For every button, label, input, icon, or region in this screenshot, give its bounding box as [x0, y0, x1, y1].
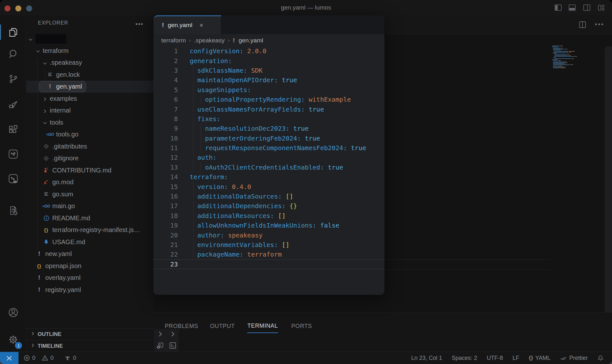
tree-item-root[interactable] — [26, 33, 154, 45]
status-ln[interactable]: Ln 23, Col 1 — [411, 355, 442, 361]
tree-item-label: tools.go — [56, 131, 78, 138]
tree-item-.gitignore[interactable]: .gitignore — [26, 152, 154, 164]
tab-gen-yaml[interactable]: ! gen.yaml × — [154, 15, 221, 34]
code-line-22: 22 packageName: terraform — [153, 250, 384, 259]
chevron-down-icon — [35, 48, 40, 53]
tab-bar: ! gen.yaml × — [153, 15, 384, 34]
tree-item-label: registry.yaml — [45, 286, 81, 294]
tree-item-new.yaml[interactable]: !new.yaml — [26, 248, 154, 260]
status-utf8[interactable]: UTF-8 — [487, 355, 503, 361]
file-icon-json: {} — [35, 263, 43, 269]
file-icon-usage — [42, 239, 50, 245]
tree-item-label: .gitattributes — [52, 143, 87, 150]
tree-item-label: .speakeasy — [50, 59, 82, 66]
breadcrumb-item[interactable]: .speakeasy — [194, 37, 225, 44]
customize-layout-icon[interactable] — [597, 4, 605, 11]
activity-run-debug-icon[interactable] — [0, 94, 26, 115]
tree-item-gen.lock[interactable]: gen.lock — [26, 69, 154, 81]
remote-indicator[interactable] — [0, 352, 18, 364]
toggle-secondary-sidebar-icon[interactable] — [583, 4, 591, 11]
code-line-9: 9 nameResolutionDec2023: true — [153, 124, 384, 133]
chevron-right-icon[interactable] — [157, 331, 164, 339]
tab-close-icon[interactable]: × — [199, 21, 203, 29]
status-spaces[interactable]: Spaces: 2 — [452, 355, 477, 361]
tree-item-CONTRIBUTING.md[interactable]: CONTRIBUTING.md — [26, 164, 154, 177]
tree-item-label: terraform — [43, 47, 69, 55]
code-editor[interactable]: 1configVersion: 2.0.02generation:3 sdkCl… — [153, 46, 384, 269]
panel-tab-terminal[interactable]: TERMINAL — [247, 319, 278, 333]
code-line-4: 4 maintainOpenAPIOrder: true — [153, 75, 384, 85]
activity-bar: 1 — [0, 15, 26, 352]
code-line-18: 18 additionalResources: [] — [153, 211, 384, 221]
activity-source-control-icon[interactable] — [0, 68, 26, 89]
tree-item-gen.yaml[interactable]: !gen.yaml — [26, 81, 154, 93]
explorer-sidebar: EXPLORER ••• terraform.speakeasygen.lock… — [26, 15, 154, 352]
tree-item-go.mod[interactable]: go.mod — [26, 176, 154, 188]
outline-section[interactable]: OUTLINE — [26, 328, 154, 340]
tab-label: gen.yaml — [168, 22, 192, 29]
file-icon-json: {} — [42, 227, 50, 233]
tree-item-registry.yaml[interactable]: !registry.yaml — [26, 284, 154, 296]
tree-item-label: README.md — [52, 215, 90, 222]
panel-tab-output[interactable]: OUTPUT — [210, 319, 235, 333]
file-icon-warn: ! — [35, 274, 43, 281]
breadcrumb-item[interactable]: gen.yaml — [239, 37, 263, 44]
split-editor-icon[interactable] — [579, 21, 586, 30]
tree-item-README.md[interactable]: README.md — [26, 212, 154, 224]
tree-item-examples[interactable]: examples — [26, 93, 154, 105]
activity-extensions-icon[interactable] — [0, 119, 26, 140]
status-radio-tower[interactable]: 0 — [64, 355, 76, 361]
tree-item-USAGE.md[interactable]: USAGE.md — [26, 236, 154, 248]
tree-item-internal[interactable]: internal — [26, 105, 154, 117]
tree-item-.gitattributes[interactable]: .gitattributes — [26, 141, 154, 153]
file-icon-warn: ! — [35, 251, 43, 257]
status-braces[interactable]: {}YAML — [529, 355, 550, 361]
breadcrumb-item[interactable]: terraform — [161, 37, 186, 44]
code-line-5: 5 usageSnippets: — [153, 85, 384, 95]
tree-item-.speakeasy[interactable]: .speakeasy — [26, 57, 154, 69]
tree-item-label: USAGE.md — [52, 238, 85, 246]
scrollbar-strip — [605, 46, 612, 352]
tree-item-tools.go[interactable]: ≈GOtools.go — [26, 128, 154, 141]
status-double-check[interactable]: Prettier — [560, 355, 588, 361]
terminal-icon[interactable] — [169, 342, 177, 351]
tree-item-label: overlay.yaml — [45, 274, 81, 281]
activity-files-icon[interactable] — [0, 22, 26, 43]
status-warning[interactable]: 0 — [42, 355, 54, 361]
code-line-15: 15 version: 0.4.0 — [153, 182, 384, 191]
activity-accounts-icon[interactable] — [0, 302, 26, 323]
activity-settings-gear-icon[interactable]: 1 — [0, 329, 26, 350]
tree-item-label: gen.lock — [56, 71, 80, 78]
tree-item-openapi.json[interactable]: {}openapi.json — [26, 260, 154, 272]
yaml-warn-icon: ! — [162, 22, 164, 29]
toggle-panel-icon[interactable] — [568, 4, 576, 11]
chevron-right-icon[interactable] — [169, 331, 176, 339]
activity-terraform-cloud-icon[interactable] — [0, 168, 26, 189]
code-line-6: 6 optionalPropertyRendering: withExample — [153, 95, 384, 104]
panel-tab-ports[interactable]: PORTS — [291, 319, 312, 333]
outline-label: OUTLINE — [38, 331, 62, 338]
debug-console-icon[interactable] — [157, 342, 164, 351]
window-title: gen.yaml — lumos — [0, 4, 612, 11]
file-icon-warn: ! — [46, 83, 54, 90]
status-bar: 000 Ln 23, Col 1Spaces: 2UTF-8LF{}YAMLPr… — [0, 352, 612, 364]
activity-terraform-icon[interactable] — [0, 143, 26, 164]
tree-item-label: .gitignore — [52, 155, 78, 162]
tree-item-go.sum[interactable]: go.sum — [26, 188, 154, 200]
tree-item-overlay.yaml[interactable]: !overlay.yaml — [26, 272, 154, 284]
more-actions-icon[interactable]: ••• — [595, 21, 604, 30]
timeline-section[interactable]: TIMELINE — [26, 340, 154, 352]
tree-item-terraform-registry-manifest.js…[interactable]: {}terraform-registry-manifest.js… — [26, 224, 154, 236]
toggle-primary-sidebar-icon[interactable] — [554, 4, 562, 11]
status-error[interactable]: 0 — [24, 355, 35, 361]
explorer-more-actions-icon[interactable]: ••• — [135, 21, 143, 28]
tree-item-main.go[interactable]: ≈GOmain.go — [26, 200, 154, 212]
code-line-17: 17 additionalDependencies: {} — [153, 201, 384, 211]
activity-search-icon[interactable] — [0, 43, 26, 64]
status-bell[interactable] — [597, 355, 604, 361]
tree-item-terraform[interactable]: terraform — [26, 45, 154, 57]
status-lf[interactable]: LF — [513, 355, 519, 361]
activity-cpp-tools-icon[interactable] — [0, 200, 26, 221]
tree-item-tools[interactable]: tools — [26, 117, 154, 129]
code-line-13: 13 oAuth2ClientCredentialsEnabled: true — [153, 163, 384, 172]
